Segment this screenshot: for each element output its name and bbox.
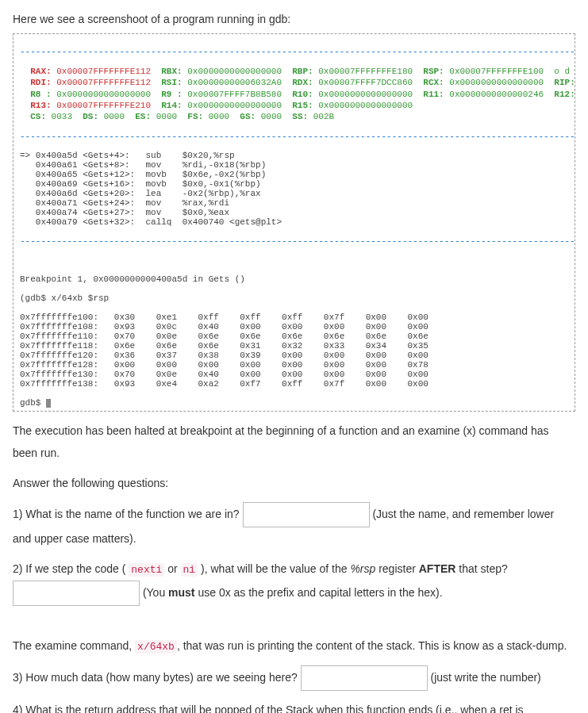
question-1: 1) What is the name of the function we a…: [13, 502, 575, 550]
q2-hint-a: (You: [143, 586, 168, 599]
breakpoint-line: Breakpoint 1, 0x0000000000400a5d in Gets…: [20, 274, 568, 284]
cursor-icon: [46, 399, 51, 408]
question-3: 3) How much data (how many bytes) are we…: [13, 665, 575, 691]
q2-must: must: [168, 586, 194, 599]
dash-code: ----------------------------------------…: [20, 132, 568, 141]
q2-code2: ni: [181, 563, 198, 577]
dash-top: ----------------------------------------…: [20, 47, 568, 56]
q1-input[interactable]: [243, 502, 370, 527]
question-2: 2) If we step the code ( nexti or ni ), …: [13, 558, 575, 606]
q3-text-a: 3) How much data (how many bytes) are we…: [13, 671, 301, 684]
p3b: , that was run is printing the content o…: [177, 639, 567, 652]
explanation-1: The execution has been halted at breakpo…: [13, 420, 575, 464]
q2-text-a: 2) If we step the code (: [13, 562, 129, 575]
q4-text-a: 4) What is the return address that will …: [13, 703, 524, 713]
instructions: Answer the following questions:: [13, 472, 575, 494]
intro-text: Here we see a screenshoot of a program r…: [13, 13, 575, 25]
memory-dump: 0x7fffffffe100: 0x30 0xe1 0xff 0xff 0xff…: [20, 312, 568, 389]
q1-text-a: 1) What is the name of the function we a…: [13, 508, 243, 520]
examine-cmd: (gdb$ x/64xb $rsp: [20, 293, 568, 303]
q2-input[interactable]: [13, 581, 140, 606]
q3-input[interactable]: [301, 665, 428, 691]
q2-after: AFTER: [419, 562, 456, 575]
registers-block: RAX: 0x00007FFFFFFFE112 RBX: 0x000000000…: [20, 66, 568, 122]
dash-bot: ----------------------------------------…: [20, 236, 568, 246]
disassembly-block: => 0x400a5d <Gets+4>: sub $0x20,%rsp 0x4…: [20, 151, 568, 227]
q2-reg: %rsp: [350, 562, 375, 575]
p3a: The examine command,: [13, 639, 135, 652]
p3code: x/64xb: [135, 640, 177, 654]
q2-hint-b: use 0x as the prefix and capital letters…: [195, 586, 443, 599]
q2-text-b: ), what will be the value of the: [198, 562, 350, 575]
q2-text-c: register: [375, 562, 418, 575]
q2-text-d: that step?: [455, 562, 507, 575]
question-4: 4) What is the return address that will …: [13, 699, 575, 713]
gdb-terminal: ----------------------------------------…: [13, 33, 575, 412]
q2-mid: or: [164, 562, 180, 575]
explanation-2: The examine command, x/64xb, that was ru…: [13, 634, 575, 657]
gdb-prompt[interactable]: gdb$: [20, 398, 46, 408]
q2-code1: nexti: [129, 563, 164, 577]
q3-text-b: (just write the number): [431, 671, 541, 684]
